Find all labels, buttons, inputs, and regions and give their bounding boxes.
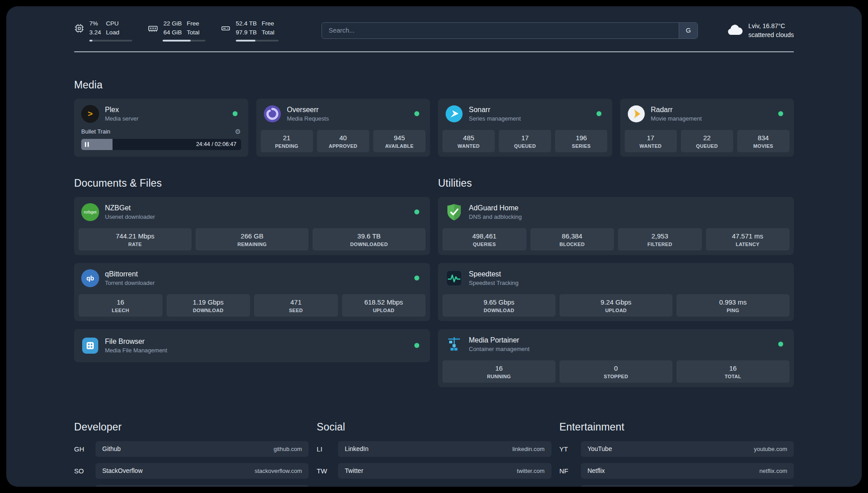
service-name: Speedtest xyxy=(469,270,518,278)
pause-icon[interactable] xyxy=(85,142,89,147)
service-card-radarr[interactable]: Radarr Movie management 17 WANTED 22 QUE… xyxy=(620,99,794,157)
media-section: Media > Plex Media server Bullet Tr xyxy=(74,79,794,157)
bookmark-link[interactable]: LinkedIn linkedin.com xyxy=(338,441,551,457)
resource-widgets: 7% 3.24 CPU Load xyxy=(74,20,279,42)
stat-series: 196 SERIES xyxy=(555,130,607,152)
service-card-speedtest[interactable]: Speedtest Speedtest Tracking 9.65 Gbps D… xyxy=(438,263,794,321)
service-name: Plex xyxy=(105,106,138,114)
section-title-developer: Developer xyxy=(74,421,309,433)
service-description: Torrent downloader xyxy=(105,280,154,286)
status-dot xyxy=(414,111,419,116)
bookmarks-entertainment: Entertainment YT YouTube youtube.com NF … xyxy=(559,421,794,487)
service-description: Media File Management xyxy=(105,347,167,354)
qbittorrent-icon: qb xyxy=(81,269,99,287)
bookmark-github: GH Github github.com xyxy=(74,441,309,457)
bookmark-link[interactable]: Twitter twitter.com xyxy=(338,463,551,479)
service-name: AdGuard Home xyxy=(469,204,522,212)
playback-progress-bar[interactable]: 24:44 / 02:06:47 xyxy=(81,139,241,150)
resource-disk: 52.4 TB 97.9 TB Free Total xyxy=(221,20,279,42)
memory-progress-bar xyxy=(163,40,205,42)
bookmark-dev: DT DEV dev.to xyxy=(74,485,309,487)
disk-free-label: Free xyxy=(262,20,275,28)
disk-icon xyxy=(221,23,231,33)
service-card-nzbget[interactable]: nzbget NZBGet Usenet downloader 744.21 M… xyxy=(74,197,430,255)
cpu-icon xyxy=(74,23,84,33)
memory-total-label: Total xyxy=(187,29,200,37)
bookmark-link[interactable]: DEV dev.to xyxy=(96,485,309,487)
service-card-sonarr[interactable]: Sonarr Series management 485 WANTED 17 Q… xyxy=(438,99,612,157)
stat-latency: 47.571 ms LATENCY xyxy=(706,228,790,251)
memory-free-label: Free xyxy=(187,20,200,28)
service-name: qBittorrent xyxy=(105,270,154,278)
stat-movies: 834 MOVIES xyxy=(737,130,789,152)
service-card-overseerr[interactable]: Overseerr Media Requests 21 PENDING 40 A… xyxy=(256,99,430,157)
service-description: Media server xyxy=(105,115,138,122)
bookmark-link[interactable]: Netflix netflix.com xyxy=(581,463,794,479)
speedtest-icon xyxy=(445,269,463,287)
service-name: File Browser xyxy=(105,338,167,346)
search-input[interactable] xyxy=(322,23,679,38)
dashboard: 7% 3.24 CPU Load xyxy=(6,6,862,487)
stat-wanted: 17 WANTED xyxy=(625,130,677,152)
stat-queued: 22 QUEUED xyxy=(681,130,733,152)
stat-download: 1.19 Gbps DOWNLOAD xyxy=(167,294,250,317)
service-description: Container management xyxy=(469,346,530,352)
service-card-qbittorrent[interactable]: qb qBittorrent Torrent downloader 16 LEE… xyxy=(74,263,430,321)
nzbget-icon: nzbget xyxy=(81,203,99,221)
bookmark-link[interactable]: StackOverflow stackoverflow.com xyxy=(96,463,309,479)
search-container: G xyxy=(321,22,698,39)
bookmark-reddit: RE Reddit reddit.com xyxy=(559,485,794,487)
playback-time: 24:44 / 02:06:47 xyxy=(196,141,236,147)
search-provider-button[interactable]: G xyxy=(679,23,697,38)
stat-pending: 21 PENDING xyxy=(261,130,313,152)
stat-stopped: 0 STOPPED xyxy=(559,360,672,383)
stat-wanted: 485 WANTED xyxy=(442,130,495,152)
cpu-load-value: 3.24 xyxy=(89,29,101,37)
service-description: Usenet downloader xyxy=(105,213,155,220)
bookmark-link[interactable]: Github github.com xyxy=(96,441,309,457)
disk-free-value: 52.4 TB xyxy=(236,20,257,28)
stat-total: 16 TOTAL xyxy=(676,360,789,383)
stat-approved: 40 APPROVED xyxy=(317,130,369,152)
status-dot xyxy=(414,209,419,214)
filebrowser-icon xyxy=(81,337,99,355)
service-card-adguard[interactable]: AdGuard Home DNS and adblocking 498,461 … xyxy=(438,197,794,255)
memory-icon xyxy=(147,23,159,33)
stat-upload: 9.24 Gbps UPLOAD xyxy=(559,294,672,317)
service-description: Speedtest Tracking xyxy=(469,280,518,286)
bookmark-netflix: NF Netflix netflix.com xyxy=(559,463,794,479)
cpu-usage-value: 7% xyxy=(89,20,101,28)
bookmark-link[interactable]: YouTube youtube.com xyxy=(581,441,794,457)
stat-seed: 471 SEED xyxy=(254,294,338,317)
service-name: Sonarr xyxy=(469,106,521,114)
bookmark-abbr: SO xyxy=(74,467,96,475)
service-name: NZBGet xyxy=(105,204,155,212)
bookmarks-social: Social LI LinkedIn linkedin.com TW Twitt… xyxy=(317,421,551,479)
stat-running: 16 RUNNING xyxy=(442,360,555,383)
bookmark-abbr: TW xyxy=(317,467,338,475)
utilities-section: Utilities AdGuard Home xyxy=(438,177,794,387)
memory-total-value: 64 GiB xyxy=(163,29,182,37)
service-description: Series management xyxy=(469,115,521,122)
section-title-utilities: Utilities xyxy=(438,177,794,189)
weather-location: Lviv, 16.87°C xyxy=(748,21,794,30)
top-bar: 7% 3.24 CPU Load xyxy=(74,20,794,42)
memory-free-value: 22 GiB xyxy=(163,20,182,28)
status-dot xyxy=(778,342,783,347)
stat-rate: 744.21 Mbps RATE xyxy=(79,228,192,251)
sonarr-icon xyxy=(445,105,463,123)
service-card-filebrowser[interactable]: File Browser Media File Management xyxy=(74,329,430,362)
stat-download: 9.65 Gbps DOWNLOAD xyxy=(442,294,555,317)
service-card-plex[interactable]: > Plex Media server Bullet Train ⚙ xyxy=(74,99,248,157)
bookmark-link[interactable]: Reddit reddit.com xyxy=(581,485,794,487)
service-description: DNS and adblocking xyxy=(469,213,522,220)
resource-cpu: 7% 3.24 CPU Load xyxy=(74,20,132,42)
service-card-portainer[interactable]: Media Portainer Container management 16 … xyxy=(438,329,794,387)
documents-section: Documents & Files nzbget NZBGet Usenet d… xyxy=(74,177,430,362)
cpu-usage-label: CPU xyxy=(106,20,119,28)
bookmark-linkedin: LI LinkedIn linkedin.com xyxy=(317,441,551,457)
service-name: Radarr xyxy=(651,106,702,114)
bookmark-abbr: YT xyxy=(559,445,581,453)
gear-icon[interactable]: ⚙ xyxy=(235,128,241,136)
plex-icon: > xyxy=(81,105,99,123)
